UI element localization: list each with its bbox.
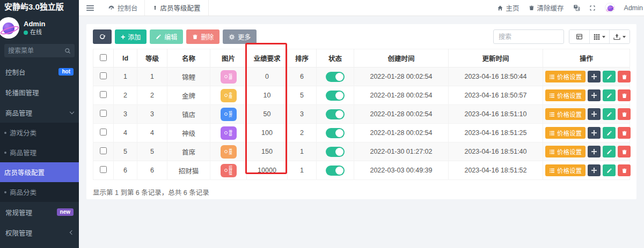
col-level: 等级	[137, 49, 167, 67]
row-delete-button[interactable]	[618, 89, 631, 101]
trash-icon	[192, 34, 198, 40]
row-delete-button[interactable]	[618, 127, 631, 139]
status-toggle[interactable]	[326, 128, 345, 138]
brand-title: 安静屿3.0独立版	[0, 0, 79, 14]
row-checkbox[interactable]	[100, 147, 107, 154]
select-all-checkbox[interactable]	[100, 54, 107, 61]
cell-updated: 2023-04-16 18:51:10	[449, 105, 543, 124]
export-button[interactable]	[609, 30, 630, 43]
cell-sort: 2	[288, 124, 317, 142]
navbar-avatar[interactable]	[605, 3, 615, 13]
status-toggle[interactable]	[326, 91, 345, 101]
status-toggle[interactable]	[326, 147, 345, 157]
row-edit-button[interactable]	[603, 164, 616, 176]
cell-updated: 2023-04-16 18:51:25	[449, 124, 543, 142]
sidebar-item-general-mgmt[interactable]: 常规管理 new	[0, 202, 79, 222]
refresh-button[interactable]	[93, 29, 112, 44]
planet-icon	[3, 22, 14, 34]
pencil-icon	[156, 34, 162, 40]
nav-tab-clerk-level-config[interactable]: 店员等级配置	[144, 0, 209, 16]
nav-console-link[interactable]: 控制台	[101, 3, 144, 13]
cell-sort: 1	[288, 142, 317, 161]
col-actions: 操作	[543, 49, 630, 67]
add-button[interactable]: + 添加	[115, 29, 147, 44]
menu-label: 商品分类	[10, 187, 36, 197]
row-edit-button[interactable]	[603, 89, 616, 101]
table-row: 11锦鲤锦鲤062022-01-28 00:02:542023-04-16 18…	[93, 67, 630, 86]
table-search-input[interactable]	[493, 29, 564, 44]
row-edit-button[interactable]	[603, 108, 616, 120]
move-button[interactable]	[588, 127, 601, 139]
user-status: 在线	[30, 28, 42, 36]
fullscreen-icon[interactable]	[589, 5, 596, 11]
move-button[interactable]	[588, 71, 601, 82]
move-button[interactable]	[588, 146, 601, 157]
card-view-button[interactable]	[569, 30, 589, 43]
move-button[interactable]	[588, 108, 601, 120]
table-toolbar: + 添加 编辑 删除	[93, 29, 630, 44]
planet-icon	[608, 5, 613, 11]
price-setting-button[interactable]: 价格设置	[545, 164, 586, 176]
sidebar-item-clerk-level-config[interactable]: 店员等级配置	[0, 162, 79, 182]
sidebar-item-banner-mgmt[interactable]: 轮播图管理	[0, 82, 79, 102]
cell-level: 5	[137, 142, 167, 161]
sidebar-search-input[interactable]	[8, 47, 64, 55]
row-delete-button[interactable]	[618, 164, 631, 176]
nav-home-label: 主页	[506, 3, 519, 13]
language-icon[interactable]	[573, 4, 580, 11]
row-delete-button[interactable]	[618, 108, 631, 120]
price-setting-button[interactable]: 价格设置	[545, 146, 586, 157]
levels-table: Id 等级 名称 图片 业绩要求 排序 状态 创建时间 更新时间 操作 11锦鲤	[93, 49, 630, 180]
row-edit-button[interactable]	[603, 127, 616, 139]
edit-button[interactable]: 编辑	[150, 29, 183, 44]
row-checkbox[interactable]	[100, 129, 107, 136]
cell-id: 1	[114, 67, 137, 86]
sidebar-item-product-category[interactable]: 商品分类	[0, 182, 79, 202]
price-setting-button[interactable]: 价格设置	[545, 127, 586, 139]
sidebar-item-console[interactable]: 控制台 hot	[0, 62, 79, 82]
price-setting-button[interactable]: 价格设置	[545, 71, 586, 82]
menu-label: 商品管理	[5, 108, 32, 118]
sidebar-search	[4, 44, 75, 57]
table-header-row: Id 等级 名称 图片 业绩要求 排序 状态 创建时间 更新时间 操作	[93, 49, 630, 67]
col-name: 名称	[167, 49, 210, 67]
cell-updated: 2023-04-16 18:51:40	[449, 142, 543, 161]
menu-label: 控制台	[5, 67, 26, 77]
cell-sort: 6	[288, 67, 317, 86]
sidebar-item-product-manage[interactable]: 商品管理	[0, 142, 79, 162]
sidebar-item-permission-mgmt[interactable]: 权限管理	[0, 222, 79, 243]
row-delete-button[interactable]	[618, 71, 631, 82]
cell-name: 首席	[167, 142, 210, 161]
status-toggle[interactable]	[326, 109, 345, 119]
row-checkbox[interactable]	[100, 110, 107, 117]
hamburger-icon[interactable]	[79, 5, 101, 11]
cell-requirement: 100	[247, 124, 288, 142]
row-delete-button[interactable]	[618, 146, 631, 157]
columns-button[interactable]	[589, 30, 609, 43]
sidebar-item-product-mgmt[interactable]: 商品管理	[0, 102, 79, 123]
nav-clear-cache-link[interactable]: 清除缓存	[529, 3, 564, 13]
cell-sort: 1	[288, 161, 317, 180]
col-sort: 排序	[288, 49, 317, 67]
more-button[interactable]: 更多	[223, 29, 257, 44]
level-image: 镇店	[221, 108, 237, 121]
col-created: 创建时间	[354, 49, 449, 67]
move-button[interactable]	[588, 89, 601, 101]
move-button[interactable]	[588, 164, 601, 176]
edit-label: 编辑	[164, 32, 177, 41]
nav-home-link[interactable]: 主页	[497, 3, 519, 13]
row-checkbox[interactable]	[100, 72, 107, 79]
cell-level: 4	[137, 124, 167, 142]
row-edit-button[interactable]	[603, 146, 616, 157]
price-setting-button[interactable]: 价格设置	[545, 108, 586, 120]
sidebar-item-game-category[interactable]: 游戏分类	[0, 123, 79, 142]
delete-button[interactable]: 删除	[186, 29, 219, 44]
row-checkbox[interactable]	[100, 166, 107, 173]
price-setting-button[interactable]: 价格设置	[545, 89, 586, 101]
row-checkbox[interactable]	[100, 91, 107, 98]
home-icon	[497, 5, 503, 11]
cell-name: 锦鲤	[167, 67, 210, 86]
status-toggle[interactable]	[326, 72, 345, 82]
row-edit-button[interactable]	[603, 71, 616, 82]
status-toggle[interactable]	[326, 166, 345, 176]
